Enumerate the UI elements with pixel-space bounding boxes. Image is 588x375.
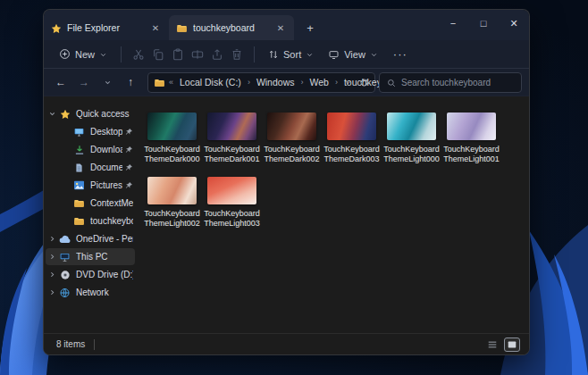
sidebar-item-downloads[interactable]: Downloads (46, 141, 135, 158)
view-toggles (484, 338, 520, 352)
file-item[interactable]: TouchKeyboardThemeLight003 (202, 177, 262, 229)
sidebar-item-documents[interactable]: Documents (46, 159, 135, 176)
file-explorer-window: File Explorer ✕ touchkeyboard ✕ + − □ ✕ … (43, 9, 530, 355)
breadcrumb-segments: Local Disk (C:)›Windows›Web›touchkeyboar… (177, 76, 340, 88)
breadcrumb-segment[interactable]: Windows (254, 76, 298, 88)
documents-icon (72, 162, 86, 173)
details-view-icon[interactable] (484, 338, 500, 352)
file-list-pane: TouchKeyboardThemeDark000TouchKeyboardTh… (137, 96, 529, 333)
folder-icon (72, 198, 86, 209)
file-item[interactable]: TouchKeyboardThemeDark003 (322, 112, 382, 164)
toolbar-divider (254, 46, 255, 62)
file-item[interactable]: TouchKeyboardThemeLight000 (382, 112, 441, 164)
sidebar-item-desktop[interactable]: Desktop (46, 123, 135, 140)
file-thumbnail (207, 177, 256, 204)
star-icon (58, 109, 71, 120)
sidebar-item-label: touchkeyboard (90, 216, 133, 226)
chevron-down-icon (370, 49, 378, 60)
pictures-icon (72, 180, 86, 190)
delete-icon[interactable] (227, 45, 247, 64)
sort-button[interactable]: Sort (262, 45, 320, 63)
sidebar-item-dvd-drive-d-ccc[interactable]: DVD Drive (D:) CCC (46, 266, 135, 283)
up-icon[interactable]: ↑ (121, 72, 140, 92)
address-bar: ← → ↑ « Local Disk (C:)›Windows›Web›touc… (44, 69, 529, 96)
sidebar-item-label: Documents (90, 162, 122, 172)
file-name-label: TouchKeyboardThemeDark003 (323, 145, 382, 164)
tab-label: File Explorer (67, 22, 144, 33)
tab-file-explorer[interactable]: File Explorer ✕ (44, 15, 169, 40)
dvd-icon (58, 270, 71, 280)
breadcrumb[interactable]: « Local Disk (C:)›Windows›Web›touchkeybo… (147, 72, 375, 93)
toolbar-divider (121, 46, 122, 62)
sidebar-item-label: DVD Drive (D:) CCC (76, 270, 133, 279)
file-thumbnail (387, 112, 436, 140)
file-thumbnail (267, 112, 316, 140)
refresh-icon[interactable] (359, 74, 369, 90)
chevron-right-icon[interactable] (46, 253, 58, 261)
file-thumbnail (327, 112, 376, 140)
new-button[interactable]: New (53, 45, 113, 64)
sidebar-item-label: This PC (76, 252, 133, 262)
copy-icon[interactable] (148, 45, 168, 64)
desktop-icon (72, 127, 86, 138)
breadcrumb-segment[interactable]: Web (307, 76, 331, 88)
sidebar-item-this-pc[interactable]: This PC (46, 248, 135, 265)
recent-locations-chevron-icon[interactable] (97, 72, 117, 92)
rename-icon[interactable] (188, 45, 207, 64)
search-icon (387, 74, 396, 90)
file-name-label: TouchKeyboardThemeLight003 (203, 209, 262, 229)
search-box (379, 72, 522, 93)
address-dropdown-chevron-icon[interactable] (344, 74, 352, 90)
breadcrumb-segment[interactable]: Local Disk (C:) (177, 76, 244, 88)
sort-arrows-icon (268, 48, 279, 60)
status-bar: 8 items (44, 333, 529, 354)
tab-close-icon[interactable]: ✕ (149, 23, 162, 33)
sidebar-item-onedrive-personal[interactable]: OneDrive - Personal (46, 230, 135, 247)
file-item[interactable]: TouchKeyboardThemeDark000 (142, 112, 202, 164)
command-bar: New Sort View ··· (44, 40, 529, 69)
paste-icon[interactable] (168, 45, 188, 64)
share-icon[interactable] (207, 45, 227, 64)
chevron-down-icon[interactable] (46, 110, 58, 118)
chevron-right-icon[interactable] (46, 288, 58, 296)
more-options-button[interactable]: ··· (386, 47, 415, 61)
file-item[interactable]: TouchKeyboardThemeDark002 (262, 112, 322, 164)
pin-icon (124, 142, 133, 158)
file-item[interactable]: TouchKeyboardThemeLight001 (441, 112, 501, 164)
tab-touchkeyboard[interactable]: touchkeyboard ✕ (169, 15, 294, 40)
sidebar-item-contextmenucust[interactable]: ContextMenuCust (46, 195, 135, 212)
file-name-label: TouchKeyboardThemeDark000 (143, 145, 202, 164)
new-button-label: New (75, 49, 95, 60)
file-name-label: TouchKeyboardThemeLight002 (143, 209, 202, 229)
view-button[interactable]: View (322, 45, 384, 63)
chevron-right-icon[interactable] (46, 271, 58, 279)
file-item[interactable]: TouchKeyboardThemeDark001 (202, 112, 262, 164)
chevron-down-icon (99, 49, 107, 60)
folder-icon (176, 20, 188, 36)
folder-icon (72, 216, 86, 227)
file-item[interactable]: TouchKeyboardThemeLight002 (142, 177, 202, 229)
sidebar-item-quick-access[interactable]: Quick access (46, 105, 135, 122)
breadcrumb-separator-icon: › (335, 78, 338, 87)
breadcrumb-overflow[interactable]: « (169, 78, 173, 87)
pin-icon (124, 124, 133, 140)
forward-icon[interactable]: → (74, 72, 94, 92)
network-icon (58, 288, 71, 298)
sidebar-item-touchkeyboard[interactable]: touchkeyboard (46, 212, 135, 229)
sidebar-item-network[interactable]: Network (46, 284, 135, 301)
search-input[interactable] (401, 78, 514, 88)
maximize-button[interactable]: □ (468, 10, 499, 37)
item-count: 8 items (56, 339, 85, 349)
minimize-button[interactable]: − (438, 10, 468, 37)
large-thumbnails-view-icon[interactable] (504, 338, 520, 352)
chevron-right-icon[interactable] (46, 235, 58, 243)
new-tab-button[interactable]: + (299, 19, 321, 40)
breadcrumb-separator-icon: › (248, 78, 250, 87)
back-icon[interactable]: ← (51, 72, 71, 92)
sidebar-item-pictures[interactable]: Pictures (46, 177, 135, 194)
sidebar-item-label: Desktop (90, 127, 122, 137)
close-button[interactable]: ✕ (499, 10, 529, 37)
cut-icon[interactable] (129, 45, 148, 64)
tab-close-icon[interactable]: ✕ (274, 23, 287, 33)
tab-label: touchkeyboard (193, 22, 269, 33)
